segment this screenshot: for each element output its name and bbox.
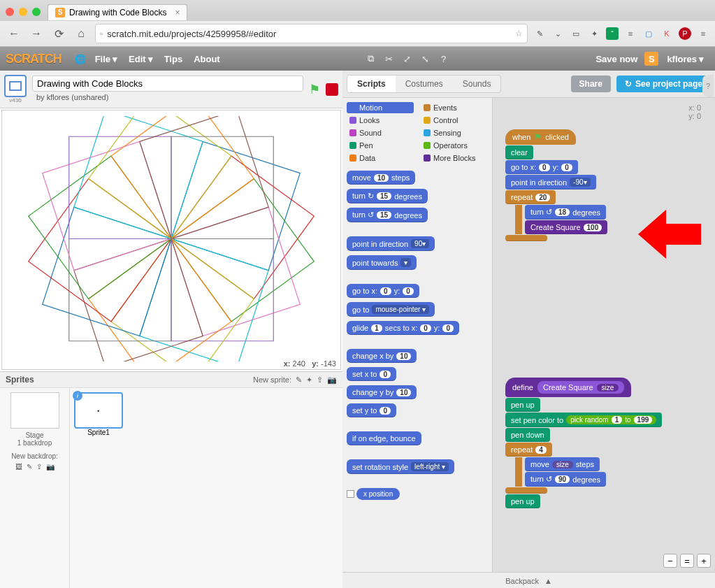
block-goto-xy-s[interactable]: go to x:0y:0	[505, 160, 578, 174]
menu-file[interactable]: File▾	[95, 54, 117, 64]
cat-operators[interactable]: Operators	[421, 140, 488, 151]
choose-sprite-icon[interactable]: ✎	[296, 375, 302, 385]
browser-tab[interactable]: S Drawing with Code Blocks ×	[48, 4, 187, 20]
paint-backdrop-icon[interactable]: ✎	[27, 463, 32, 471]
tab-scripts[interactable]: Scripts	[347, 76, 396, 92]
project-page-button[interactable]: ↻ See project page	[616, 76, 711, 92]
help-drawer-handle[interactable]: ?	[702, 75, 714, 97]
block-point-direction[interactable]: point in direction90▾	[347, 236, 435, 251]
hat-define[interactable]: define Create Squaresize	[505, 378, 631, 397]
scissors-icon[interactable]: ✂	[382, 51, 397, 66]
window-close-button[interactable]	[6, 8, 14, 16]
block-pen-down[interactable]: pen down	[505, 428, 550, 442]
stop-button[interactable]	[326, 83, 338, 96]
upload-sprite-icon[interactable]: ⇪	[317, 375, 323, 385]
backpack-bar[interactable]: Backpack ▲	[342, 572, 715, 588]
back-button[interactable]: ←	[6, 25, 22, 42]
zoom-out-button[interactable]: −	[663, 554, 677, 568]
pushpin-icon[interactable]: ✎	[533, 27, 546, 40]
script-stack-define[interactable]: define Create Squaresize pen up set pen …	[505, 378, 662, 508]
block-change-y[interactable]: change y by10	[347, 385, 417, 399]
crop-icon[interactable]: ▢	[642, 27, 655, 40]
block-goto[interactable]: go tomouse-pointer ▾	[347, 302, 435, 317]
wand-icon[interactable]: ✦	[588, 27, 600, 40]
block-call-create-square[interactable]: Create Square100	[525, 220, 607, 234]
stamp-icon[interactable]: ⧉	[363, 51, 379, 66]
close-tab-icon[interactable]: ×	[175, 8, 180, 17]
script-stack-main[interactable]: when⚑clicked clear go to x:0y:0 point in…	[505, 129, 607, 241]
scripts-area[interactable]: x: 0 y: 0 when⚑clicked clear go to x:0y:…	[493, 98, 715, 572]
project-title-input[interactable]	[32, 76, 303, 92]
block-clear[interactable]: clear	[505, 145, 533, 159]
home-button[interactable]: ⌂	[73, 25, 89, 42]
window-minimize-button[interactable]	[19, 8, 27, 16]
paint-sprite-icon[interactable]: ✦	[306, 375, 312, 385]
cat-pen[interactable]: Pen	[347, 140, 414, 151]
save-now-button[interactable]: Save now	[595, 54, 637, 64]
window-zoom-button[interactable]	[32, 8, 41, 16]
block-turn-90[interactable]: turn ↺90degrees	[525, 472, 606, 487]
camera-backdrop-icon[interactable]: 📷	[46, 463, 55, 471]
reload-button[interactable]: ⟳	[50, 25, 67, 42]
grow-icon[interactable]: ⤢	[400, 51, 415, 66]
xpos-checkbox[interactable]	[347, 490, 354, 498]
sprite-info-icon[interactable]: i	[73, 391, 82, 401]
stage[interactable]: x: 240 y: -143	[1, 110, 341, 370]
block-set-y[interactable]: set y to0	[347, 403, 396, 417]
block-point-towards[interactable]: point towards▾	[347, 255, 417, 270]
block-goto-xy[interactable]: go to x:0y:0	[347, 284, 419, 298]
block-turn-cw[interactable]: turn ↻15degrees	[347, 189, 428, 203]
stage-mode-button[interactable]	[4, 75, 27, 97]
block-glide[interactable]: glide1secs to x:0y:0	[347, 321, 459, 335]
buffer-icon[interactable]: ≡	[624, 27, 637, 40]
user-avatar[interactable]: S	[644, 52, 658, 66]
stage-selector[interactable]: Stage 1 backdrop New backdrop: 🖼 ✎ ⇪ 📷	[0, 388, 70, 588]
klout-icon[interactable]: K	[660, 27, 673, 40]
cat-data[interactable]: Data	[347, 152, 414, 164]
menu-tips[interactable]: Tips	[164, 54, 183, 64]
tab-costumes[interactable]: Costumes	[396, 76, 453, 92]
cat-sound[interactable]: Sound	[347, 127, 414, 138]
upload-backdrop-icon[interactable]: ⇪	[36, 463, 42, 471]
globe-icon[interactable]: 🌐	[73, 51, 88, 66]
tab-sounds[interactable]: Sounds	[453, 76, 501, 92]
shrink-icon[interactable]: ⤡	[418, 51, 433, 66]
block-set-pen-color[interactable]: set pen color topick random1to199	[505, 413, 662, 427]
choose-backdrop-icon[interactable]: 🖼	[15, 463, 22, 471]
url-input[interactable]	[107, 29, 511, 39]
forward-button[interactable]: →	[28, 25, 45, 42]
omnibox[interactable]: ▫ ☆	[95, 24, 528, 43]
zoom-reset-button[interactable]: =	[680, 554, 694, 568]
zoom-in-button[interactable]: +	[697, 554, 711, 568]
camera-sprite-icon[interactable]: 📷	[327, 375, 337, 385]
block-bounce[interactable]: if on edge, bounce	[347, 431, 421, 445]
star-icon[interactable]: ☆	[515, 29, 523, 38]
green-flag-button[interactable]: ⚑	[309, 82, 320, 97]
mask-icon[interactable]: ▭	[570, 27, 582, 40]
block-move[interactable]: move10steps	[347, 171, 415, 185]
block-move-size[interactable]: movesizesteps	[525, 457, 600, 471]
help-icon[interactable]: ?	[436, 51, 452, 66]
block-set-x[interactable]: set x to0	[347, 367, 396, 381]
cat-sensing[interactable]: Sensing	[421, 127, 488, 138]
pinterest-icon[interactable]: P	[679, 27, 691, 40]
menu-edit[interactable]: Edit▾	[129, 54, 153, 64]
cat-events[interactable]: Events	[421, 102, 488, 113]
block-point-direction-s[interactable]: point in direction-90▾	[505, 175, 596, 189]
cat-control[interactable]: Control	[421, 115, 488, 126]
hangouts-icon[interactable]: “	[606, 27, 619, 40]
cat-motion[interactable]: Motion	[347, 102, 414, 113]
cat-looks[interactable]: Looks	[347, 115, 414, 126]
block-rotation-style[interactable]: set rotation styleleft-right ▾	[347, 459, 454, 474]
pocket-icon[interactable]: ⌄	[551, 27, 564, 40]
block-change-x[interactable]: change x by10	[347, 349, 417, 363]
sprite-item[interactable]: i ▪ Sprite1	[74, 392, 123, 585]
block-pen-up-2[interactable]: pen up	[505, 494, 540, 508]
user-menu[interactable]: kflores ▾	[667, 54, 704, 64]
block-xposition[interactable]: x position	[356, 488, 400, 500]
hat-when-flag-clicked[interactable]: when⚑clicked	[505, 129, 576, 145]
menu-about[interactable]: About	[194, 54, 220, 64]
block-repeat-2[interactable]: repeat4	[505, 443, 552, 457]
menu-icon[interactable]: ≡	[697, 27, 709, 40]
cat-more[interactable]: More Blocks	[421, 152, 488, 164]
